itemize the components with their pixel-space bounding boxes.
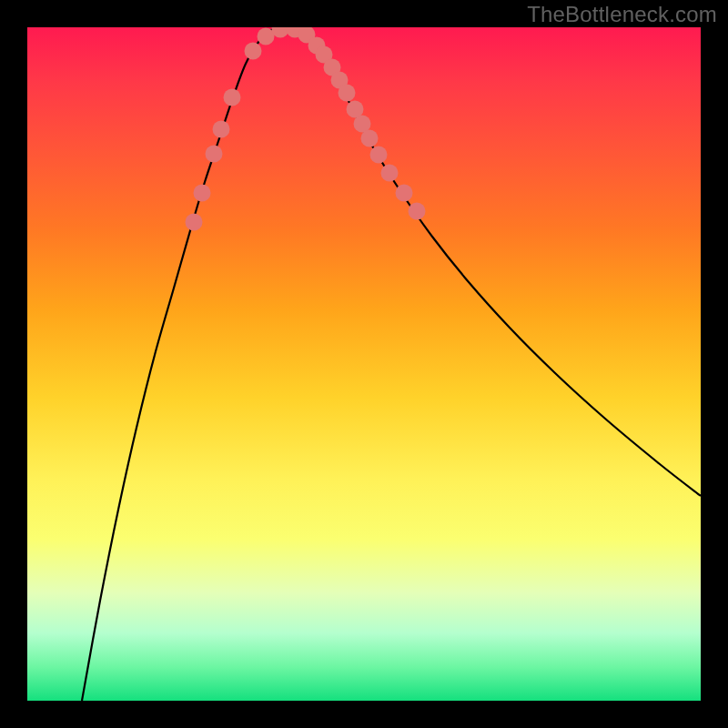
- marker-dot: [224, 89, 241, 106]
- marker-dot: [381, 165, 399, 182]
- highlight-dots: [186, 27, 426, 231]
- bottleneck-curve: [82, 27, 701, 701]
- marker-dot: [194, 185, 211, 202]
- plot-area: [27, 27, 701, 701]
- marker-dot: [206, 146, 223, 163]
- marker-dot: [370, 147, 388, 164]
- curve-svg: [27, 27, 701, 701]
- watermark-text: TheBottleneck.com: [527, 2, 717, 27]
- marker-dot: [396, 185, 413, 202]
- marker-dot: [339, 85, 356, 102]
- marker-dot: [186, 214, 203, 231]
- marker-dot: [361, 130, 379, 147]
- marker-dot: [245, 43, 262, 60]
- marker-dot: [213, 121, 230, 138]
- chart-frame: TheBottleneck.com: [0, 0, 728, 728]
- marker-dot: [409, 203, 426, 220]
